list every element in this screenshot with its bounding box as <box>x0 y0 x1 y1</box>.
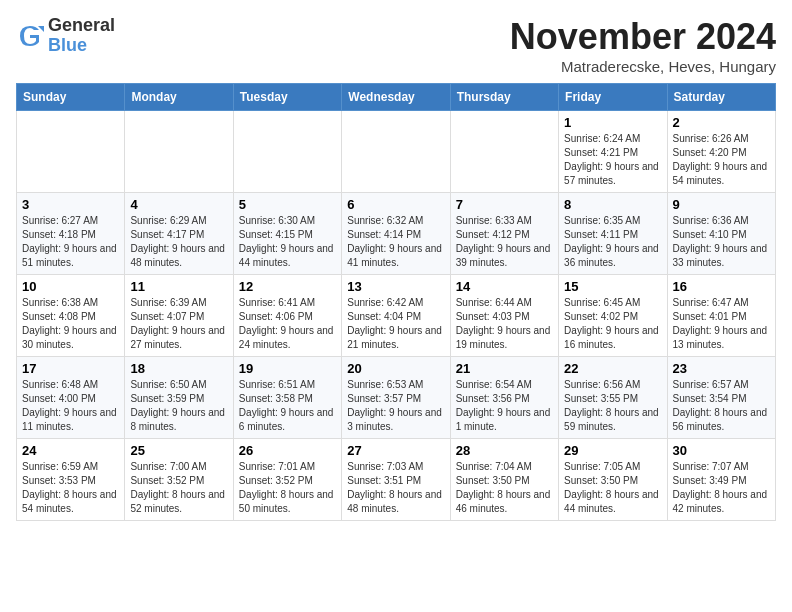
calendar-cell: 21Sunrise: 6:54 AMSunset: 3:56 PMDayligh… <box>450 357 558 439</box>
title-block: November 2024 Matraderecske, Heves, Hung… <box>510 16 776 75</box>
day-info: Sunrise: 6:32 AMSunset: 4:14 PMDaylight:… <box>347 214 444 270</box>
calendar-cell: 18Sunrise: 6:50 AMSunset: 3:59 PMDayligh… <box>125 357 233 439</box>
day-number: 1 <box>564 115 661 130</box>
day-number: 16 <box>673 279 770 294</box>
calendar-cell <box>17 111 125 193</box>
calendar-cell: 9Sunrise: 6:36 AMSunset: 4:10 PMDaylight… <box>667 193 775 275</box>
calendar-week-5: 24Sunrise: 6:59 AMSunset: 3:53 PMDayligh… <box>17 439 776 521</box>
weekday-header-friday: Friday <box>559 84 667 111</box>
day-number: 18 <box>130 361 227 376</box>
day-number: 19 <box>239 361 336 376</box>
calendar-cell: 28Sunrise: 7:04 AMSunset: 3:50 PMDayligh… <box>450 439 558 521</box>
day-info: Sunrise: 6:24 AMSunset: 4:21 PMDaylight:… <box>564 132 661 188</box>
day-number: 3 <box>22 197 119 212</box>
day-info: Sunrise: 6:56 AMSunset: 3:55 PMDaylight:… <box>564 378 661 434</box>
day-info: Sunrise: 6:51 AMSunset: 3:58 PMDaylight:… <box>239 378 336 434</box>
calendar-cell: 20Sunrise: 6:53 AMSunset: 3:57 PMDayligh… <box>342 357 450 439</box>
logo: General Blue <box>16 16 115 56</box>
day-number: 14 <box>456 279 553 294</box>
day-number: 24 <box>22 443 119 458</box>
logo-text: General Blue <box>48 16 115 56</box>
day-info: Sunrise: 6:50 AMSunset: 3:59 PMDaylight:… <box>130 378 227 434</box>
calendar-cell: 15Sunrise: 6:45 AMSunset: 4:02 PMDayligh… <box>559 275 667 357</box>
day-number: 25 <box>130 443 227 458</box>
day-info: Sunrise: 6:38 AMSunset: 4:08 PMDaylight:… <box>22 296 119 352</box>
day-number: 26 <box>239 443 336 458</box>
month-title: November 2024 <box>510 16 776 58</box>
day-info: Sunrise: 6:29 AMSunset: 4:17 PMDaylight:… <box>130 214 227 270</box>
day-number: 5 <box>239 197 336 212</box>
day-number: 29 <box>564 443 661 458</box>
day-info: Sunrise: 7:03 AMSunset: 3:51 PMDaylight:… <box>347 460 444 516</box>
calendar-cell: 27Sunrise: 7:03 AMSunset: 3:51 PMDayligh… <box>342 439 450 521</box>
day-info: Sunrise: 6:45 AMSunset: 4:02 PMDaylight:… <box>564 296 661 352</box>
calendar-cell: 17Sunrise: 6:48 AMSunset: 4:00 PMDayligh… <box>17 357 125 439</box>
calendar-cell: 3Sunrise: 6:27 AMSunset: 4:18 PMDaylight… <box>17 193 125 275</box>
day-number: 27 <box>347 443 444 458</box>
weekday-header-tuesday: Tuesday <box>233 84 341 111</box>
calendar-cell: 24Sunrise: 6:59 AMSunset: 3:53 PMDayligh… <box>17 439 125 521</box>
day-info: Sunrise: 6:54 AMSunset: 3:56 PMDaylight:… <box>456 378 553 434</box>
svg-marker-0 <box>38 26 44 32</box>
day-info: Sunrise: 6:41 AMSunset: 4:06 PMDaylight:… <box>239 296 336 352</box>
calendar-cell: 4Sunrise: 6:29 AMSunset: 4:17 PMDaylight… <box>125 193 233 275</box>
weekday-header-monday: Monday <box>125 84 233 111</box>
calendar-cell: 1Sunrise: 6:24 AMSunset: 4:21 PMDaylight… <box>559 111 667 193</box>
day-number: 13 <box>347 279 444 294</box>
day-info: Sunrise: 7:05 AMSunset: 3:50 PMDaylight:… <box>564 460 661 516</box>
calendar-cell: 14Sunrise: 6:44 AMSunset: 4:03 PMDayligh… <box>450 275 558 357</box>
day-number: 4 <box>130 197 227 212</box>
calendar-cell: 25Sunrise: 7:00 AMSunset: 3:52 PMDayligh… <box>125 439 233 521</box>
calendar-week-1: 1Sunrise: 6:24 AMSunset: 4:21 PMDaylight… <box>17 111 776 193</box>
calendar-cell: 22Sunrise: 6:56 AMSunset: 3:55 PMDayligh… <box>559 357 667 439</box>
day-number: 11 <box>130 279 227 294</box>
calendar-cell: 26Sunrise: 7:01 AMSunset: 3:52 PMDayligh… <box>233 439 341 521</box>
day-info: Sunrise: 7:00 AMSunset: 3:52 PMDaylight:… <box>130 460 227 516</box>
day-number: 6 <box>347 197 444 212</box>
day-info: Sunrise: 6:39 AMSunset: 4:07 PMDaylight:… <box>130 296 227 352</box>
day-info: Sunrise: 6:26 AMSunset: 4:20 PMDaylight:… <box>673 132 770 188</box>
day-number: 15 <box>564 279 661 294</box>
day-info: Sunrise: 7:01 AMSunset: 3:52 PMDaylight:… <box>239 460 336 516</box>
day-info: Sunrise: 6:35 AMSunset: 4:11 PMDaylight:… <box>564 214 661 270</box>
day-info: Sunrise: 7:04 AMSunset: 3:50 PMDaylight:… <box>456 460 553 516</box>
logo-line2: Blue <box>48 36 115 56</box>
day-number: 12 <box>239 279 336 294</box>
day-info: Sunrise: 6:47 AMSunset: 4:01 PMDaylight:… <box>673 296 770 352</box>
weekday-header-sunday: Sunday <box>17 84 125 111</box>
day-number: 10 <box>22 279 119 294</box>
day-info: Sunrise: 6:33 AMSunset: 4:12 PMDaylight:… <box>456 214 553 270</box>
page-header: General Blue November 2024 Matraderecske… <box>16 16 776 75</box>
calendar-cell: 29Sunrise: 7:05 AMSunset: 3:50 PMDayligh… <box>559 439 667 521</box>
logo-icon <box>16 22 44 50</box>
day-number: 2 <box>673 115 770 130</box>
calendar-cell <box>342 111 450 193</box>
calendar-week-3: 10Sunrise: 6:38 AMSunset: 4:08 PMDayligh… <box>17 275 776 357</box>
calendar-cell: 10Sunrise: 6:38 AMSunset: 4:08 PMDayligh… <box>17 275 125 357</box>
calendar-cell: 2Sunrise: 6:26 AMSunset: 4:20 PMDaylight… <box>667 111 775 193</box>
day-number: 20 <box>347 361 444 376</box>
calendar-cell: 16Sunrise: 6:47 AMSunset: 4:01 PMDayligh… <box>667 275 775 357</box>
day-info: Sunrise: 6:30 AMSunset: 4:15 PMDaylight:… <box>239 214 336 270</box>
day-info: Sunrise: 7:07 AMSunset: 3:49 PMDaylight:… <box>673 460 770 516</box>
calendar-cell <box>233 111 341 193</box>
calendar-cell <box>450 111 558 193</box>
weekday-header-row: SundayMondayTuesdayWednesdayThursdayFrid… <box>17 84 776 111</box>
day-number: 8 <box>564 197 661 212</box>
calendar-cell: 23Sunrise: 6:57 AMSunset: 3:54 PMDayligh… <box>667 357 775 439</box>
day-number: 7 <box>456 197 553 212</box>
day-number: 28 <box>456 443 553 458</box>
calendar-week-4: 17Sunrise: 6:48 AMSunset: 4:00 PMDayligh… <box>17 357 776 439</box>
calendar-week-2: 3Sunrise: 6:27 AMSunset: 4:18 PMDaylight… <box>17 193 776 275</box>
calendar-cell: 8Sunrise: 6:35 AMSunset: 4:11 PMDaylight… <box>559 193 667 275</box>
day-info: Sunrise: 6:53 AMSunset: 3:57 PMDaylight:… <box>347 378 444 434</box>
day-number: 23 <box>673 361 770 376</box>
day-number: 30 <box>673 443 770 458</box>
day-number: 21 <box>456 361 553 376</box>
weekday-header-saturday: Saturday <box>667 84 775 111</box>
logo-line1: General <box>48 16 115 36</box>
day-number: 22 <box>564 361 661 376</box>
day-info: Sunrise: 6:36 AMSunset: 4:10 PMDaylight:… <box>673 214 770 270</box>
day-info: Sunrise: 6:59 AMSunset: 3:53 PMDaylight:… <box>22 460 119 516</box>
calendar-cell: 19Sunrise: 6:51 AMSunset: 3:58 PMDayligh… <box>233 357 341 439</box>
